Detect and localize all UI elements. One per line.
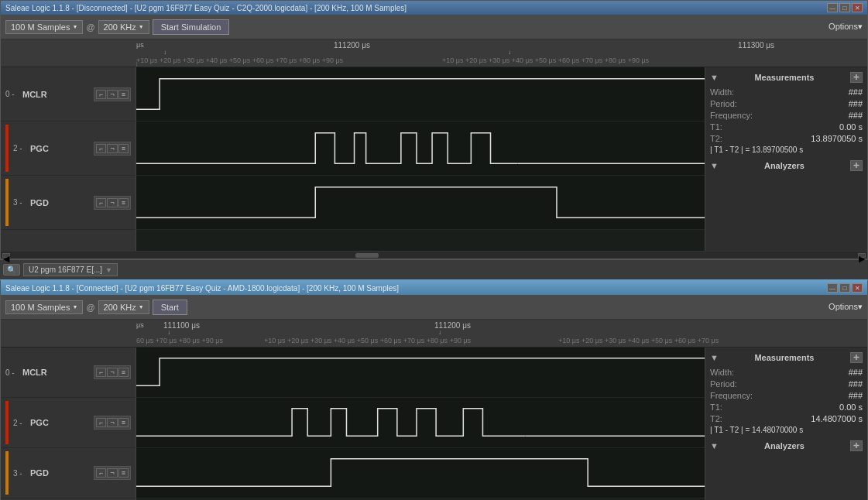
measurements-header-1: ▼ Measurements ✛ xyxy=(710,72,863,83)
analyzers-section-2: ▼ Analyzers ✛ xyxy=(710,440,863,451)
channel-label-mclr-2: 0 - MCLR ⌐ ¬ ≡ xyxy=(1,348,136,398)
meas-period-val-1: ### xyxy=(849,99,863,108)
ch0-menu-btn-2[interactable]: ≡ xyxy=(118,368,129,377)
center-time-1: 111200 μs xyxy=(334,41,370,50)
ch3-neg-btn-1[interactable]: ⌐ xyxy=(96,198,106,207)
search-btn[interactable]: 🔍 xyxy=(3,264,20,276)
measurements-panel-1: ▼ Measurements ✛ Width: ### Period: ### … xyxy=(705,67,867,251)
tab-item-1[interactable]: U2 pgm 16F877 E[...] ▼ xyxy=(23,263,118,276)
analyzers-title-1: Analyzers xyxy=(764,161,805,170)
signal-svg-mclr-2 xyxy=(136,348,705,397)
meas-t1-val-2: 0.00 s xyxy=(839,402,863,412)
analyzers-header-1: ▼ Analyzers ✛ xyxy=(710,160,863,171)
ch0-pos-btn-2[interactable]: ¬ xyxy=(107,368,117,377)
options-btn-2[interactable]: Options▾ xyxy=(829,302,863,312)
scroll-right-btn-1[interactable]: ▶ xyxy=(858,253,866,258)
analyzers-arrow-2: ▼ xyxy=(710,441,719,450)
meas-freq-val-1: ### xyxy=(849,111,863,120)
samples-dropdown-1[interactable]: 100 M Samples xyxy=(5,20,83,34)
start-btn-2[interactable]: Start xyxy=(153,300,187,315)
meas-period-val-2: ### xyxy=(849,379,863,389)
right-time-1: 111300 μs xyxy=(738,41,774,50)
scroll-left-btn-1[interactable]: ◀ xyxy=(2,253,10,258)
scrollbar-thumb-1[interactable] xyxy=(355,253,379,258)
signal-area-2 xyxy=(136,348,705,500)
ch3-neg-btn-2[interactable]: ⌐ xyxy=(96,468,106,478)
meas-freq-label-1: Frequency: xyxy=(710,111,753,120)
maximize-btn-2[interactable]: □ xyxy=(839,283,850,293)
meas-t1t2-row-1: | T1 - T2 | = 13.89700500 s xyxy=(710,146,863,154)
ch3-pos-btn-1[interactable]: ¬ xyxy=(107,198,117,207)
ticks-left-1: +10 μs +20 μs +30 μs +40 μs +50 μs +60 μ… xyxy=(136,57,343,64)
measurements-header-2: ▼ Measurements ✛ xyxy=(710,352,863,363)
analyzers-arrow-1: ▼ xyxy=(710,161,719,170)
ch0-num-2: 0 - xyxy=(5,368,19,377)
ch2-controls-1: ⌐ ¬ ≡ xyxy=(94,142,131,156)
meas-period-label-1: Period: xyxy=(710,99,737,108)
ch0-controls-2: ⌐ ¬ ≡ xyxy=(94,365,131,379)
ch2-controls-2: ⌐ ¬ ≡ xyxy=(94,416,131,430)
window1: Saleae Logic 1.1.8 - [Disconnected] - [U… xyxy=(0,0,868,259)
analyzers-section-1: ▼ Analyzers ✛ xyxy=(710,160,863,171)
ch0-controls-1: ⌐ ¬ ≡ xyxy=(94,87,131,101)
measurements-title-2: Measurements xyxy=(754,353,814,362)
minimize-btn-2[interactable]: — xyxy=(827,283,838,293)
ch0-menu-btn-1[interactable]: ≡ xyxy=(118,90,129,99)
samples-dropdown-2[interactable]: 100 M Samples xyxy=(5,300,83,314)
ticks-right-2: +10 μs +20 μs +30 μs +40 μs +50 μs +60 μ… xyxy=(558,337,719,344)
scrollbar-h-1[interactable]: ◀ ▶ xyxy=(1,251,867,259)
meas-width-val-2: ### xyxy=(849,368,863,377)
analyzers-add-btn-1[interactable]: ✛ xyxy=(850,160,863,171)
signal-pgd-2 xyxy=(136,448,705,498)
ch2-neg-btn-2[interactable]: ⌐ xyxy=(96,418,106,427)
analyzers-add-btn-2[interactable]: ✛ xyxy=(850,440,863,451)
meas-t2-val-2: 14.4807000 s xyxy=(811,414,863,423)
channels-area-1: 0 - MCLR ⌐ ¬ ≡ 2 - PGC ⌐ ¬ xyxy=(1,67,867,251)
meas-t1-label-1: T1: xyxy=(710,122,722,132)
maximize-btn-1[interactable]: □ xyxy=(839,3,850,12)
at-label-1: @ xyxy=(86,22,94,32)
window2: Saleae Logic 1.1.8 - [Connected] - [U2 p… xyxy=(0,279,868,500)
options-btn-1[interactable]: Options▾ xyxy=(829,22,863,32)
start-simulation-btn[interactable]: Start Simulation xyxy=(153,19,230,35)
freq-dropdown-1[interactable]: 200 KHz xyxy=(98,20,149,34)
channel-label-pgd-1: 3 - PGD ⌐ ¬ ≡ xyxy=(1,176,136,230)
window2-title: Saleae Logic 1.1.8 - [Connected] - [U2 p… xyxy=(5,284,399,293)
ch3-menu-btn-2[interactable]: ≡ xyxy=(118,468,129,478)
ch3-controls-1: ⌐ ¬ ≡ xyxy=(94,196,131,210)
freq-dropdown-2[interactable]: 200 KHz xyxy=(98,300,149,314)
signal-pgc-2 xyxy=(136,398,705,448)
pgd-orange-bar-2 xyxy=(5,451,9,495)
ch2-pos-btn-2[interactable]: ¬ xyxy=(107,418,117,427)
signal-svg-pgd-2 xyxy=(136,448,705,498)
ch3-pos-btn-2[interactable]: ¬ xyxy=(107,468,117,478)
ch2-name-2: PGC xyxy=(30,418,49,427)
close-btn-1[interactable]: ✕ xyxy=(852,3,863,12)
ch0-neg-btn-2[interactable]: ⌐ xyxy=(96,368,106,377)
ch0-neg-btn-1[interactable]: ⌐ xyxy=(96,90,106,99)
meas-t1t2-row-2: | T1 - T2 | = 14.48070000 s xyxy=(710,426,863,434)
analyzers-title-2: Analyzers xyxy=(764,441,805,450)
title-bar-2: Saleae Logic 1.1.8 - [Connected] - [U2 p… xyxy=(1,281,867,295)
ch2-neg-btn-1[interactable]: ⌐ xyxy=(96,144,106,153)
ch3-menu-btn-1[interactable]: ≡ xyxy=(118,198,129,207)
channel-label-pgd-2: 3 - PGD ⌐ ¬ ≡ xyxy=(1,448,136,498)
measurements-add-btn-1[interactable]: ✛ xyxy=(850,72,863,83)
ch2-pos-btn-1[interactable]: ¬ xyxy=(107,144,117,153)
ch0-pos-btn-1[interactable]: ¬ xyxy=(107,90,117,99)
ch2-menu-btn-1[interactable]: ≡ xyxy=(118,144,129,153)
signal-svg-pgd-1 xyxy=(136,176,705,229)
measurements-add-btn-2[interactable]: ✛ xyxy=(850,352,863,363)
analyzers-header-2: ▼ Analyzers ✛ xyxy=(710,440,863,451)
pgd-orange-bar-1 xyxy=(5,179,9,226)
meas-t2-val-1: 13.8970050 s xyxy=(811,134,863,143)
signal-pgc-1 xyxy=(136,122,705,176)
close-btn-2[interactable]: ✕ xyxy=(852,283,863,293)
ch0-num-1: 0 - xyxy=(5,90,19,98)
minimize-btn-1[interactable]: — xyxy=(827,3,838,12)
ch2-menu-btn-2[interactable]: ≡ xyxy=(118,418,129,427)
ch2-num-2: 2 - xyxy=(13,419,27,427)
meas-t2-row-1: T2: 13.8970050 s xyxy=(710,134,863,143)
meas-period-label-2: Period: xyxy=(710,379,737,389)
meas-t1t2-label-1: | T1 - T2 | = xyxy=(710,146,750,154)
